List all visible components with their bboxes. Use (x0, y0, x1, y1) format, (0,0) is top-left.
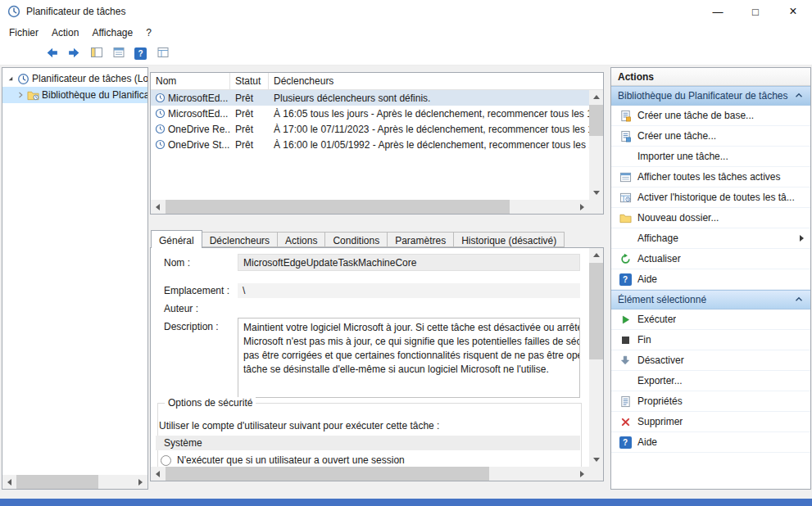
tab-conditions[interactable]: Conditions (324, 232, 388, 247)
create-task-icon (618, 129, 633, 142)
task-clock-icon (154, 124, 166, 135)
task-name: MicrosoftEd... (168, 93, 228, 104)
section-header-label: Élément sélectionné (618, 294, 792, 305)
toolbar-forward-button[interactable] (65, 44, 84, 63)
tab-historique[interactable]: Historique (désactivé) (453, 232, 565, 247)
scroll-left-button[interactable] (2, 475, 16, 489)
task-row[interactable]: OneDrive Re... Prêt À 17:00 le 07/11/202… (151, 121, 589, 137)
chevron-expanded-icon[interactable] (5, 73, 16, 84)
details-vertical-scrollbar[interactable] (589, 248, 603, 467)
description-textarea[interactable]: Maintient votre logiciel Microsoft à jou… (238, 318, 580, 398)
scroll-right-button[interactable] (575, 200, 589, 214)
tree-item-library[interactable]: Bibliothèque du Planificat (2, 87, 147, 103)
minimize-button[interactable]: — (699, 0, 737, 23)
action-item-label: Affichage (637, 233, 678, 244)
scrollbar-thumb[interactable] (166, 467, 489, 481)
scroll-left-button[interactable] (151, 467, 165, 481)
scrollbar-thumb[interactable] (16, 475, 98, 489)
task-name: OneDrive St... (168, 139, 229, 151)
action-new-folder[interactable]: Nouveau dossier... (611, 208, 810, 228)
task-status: Prêt (230, 139, 269, 151)
action-create-task[interactable]: Créer une tâche... (611, 126, 810, 147)
tree-horizontal-scrollbar[interactable] (2, 475, 147, 489)
scroll-up-button[interactable] (589, 248, 603, 262)
menu-fichier[interactable]: Fichier (2, 24, 45, 42)
task-row[interactable]: MicrosoftEd... Prêt Plusieurs déclencheu… (151, 90, 589, 106)
no-icon (618, 374, 633, 387)
radio-button-icon[interactable] (161, 455, 171, 466)
section-header-library[interactable]: Bibliothèque du Planificateur de tâches (611, 86, 810, 106)
collapse-icon[interactable] (792, 89, 805, 102)
toolbar-help-button[interactable]: ? (131, 44, 150, 63)
action-create-basic-task[interactable]: Créer une tâche de base... (611, 106, 810, 126)
tab-declencheurs[interactable]: Déclencheurs (202, 232, 278, 247)
action-disable[interactable]: Désactiver (611, 350, 810, 371)
tab-general[interactable]: Général (151, 230, 202, 248)
menu-action[interactable]: Action (45, 24, 85, 42)
scroll-right-button[interactable] (134, 475, 147, 489)
menu-help[interactable]: ? (139, 24, 158, 42)
action-item-label: Aide (637, 273, 657, 285)
toolbar-console-tree-button[interactable] (87, 44, 106, 63)
collapse-icon[interactable] (792, 293, 805, 306)
tab-actions[interactable]: Actions (277, 232, 325, 247)
action-run[interactable]: Exécuter (611, 309, 810, 330)
action-import-task[interactable]: Importer une tâche... (611, 147, 810, 167)
action-item-label: Aide (637, 436, 657, 448)
details-horizontal-scrollbar[interactable] (151, 467, 589, 481)
show-active-tasks-icon (618, 170, 633, 183)
tab-parametres[interactable]: Paramètres (387, 232, 454, 247)
task-row[interactable]: OneDrive St... Prêt À 16:00 le 01/05/199… (151, 137, 589, 152)
task-clock-icon (154, 139, 166, 151)
tree-item-scheduler-local[interactable]: Planificateur de tâches (Local (2, 70, 147, 87)
column-header-nom[interactable]: Nom (151, 73, 230, 89)
actions-pane-title: Actions (611, 68, 810, 86)
action-export[interactable]: Exporter... (611, 371, 810, 391)
section-header-selected-item[interactable]: Élément sélectionné (611, 290, 810, 309)
action-item-label: Fin (637, 334, 651, 346)
toolbar-list-view-button[interactable] (153, 44, 172, 63)
action-affichage[interactable]: Affichage (611, 228, 810, 249)
chevron-collapsed-icon[interactable] (15, 89, 26, 101)
toolbar-back-button[interactable] (43, 44, 61, 63)
name-field-label: Nom : (164, 257, 190, 269)
window-title: Planificateur de tâches (26, 6, 125, 17)
scroll-up-button[interactable] (589, 90, 603, 104)
end-icon (618, 333, 633, 346)
menu-affichage[interactable]: Affichage (85, 24, 139, 42)
action-end[interactable]: Fin (611, 330, 810, 350)
scrollbar-corner (589, 200, 603, 214)
column-header-declencheurs[interactable]: Déclencheurs (269, 73, 603, 89)
toolbar-export-list-button[interactable] (109, 44, 128, 63)
action-item-label: Exécuter (637, 314, 676, 325)
list-horizontal-scrollbar[interactable] (151, 200, 589, 214)
scroll-left-button[interactable] (151, 200, 165, 214)
action-delete[interactable]: Supprimer (611, 412, 810, 432)
action-help-selected[interactable]: ? Aide (611, 432, 810, 453)
action-refresh[interactable]: Actualiser (611, 249, 810, 269)
column-header-statut[interactable]: Statut (230, 73, 269, 89)
tree-item-label: Planificateur de tâches (Local (32, 73, 147, 84)
logged-on-only-option[interactable]: N'exécuter que si un utilisateur a ouver… (161, 454, 405, 466)
maximize-button[interactable]: □ (737, 0, 774, 23)
run-icon (618, 313, 633, 326)
action-help-library[interactable]: ? Aide (611, 269, 810, 290)
close-button[interactable]: × (774, 0, 812, 23)
scrollbar-thumb[interactable] (589, 105, 603, 136)
scrollbar-thumb[interactable] (166, 200, 510, 214)
delete-icon (618, 415, 633, 428)
details-tabs: Général Déclencheurs Actions Conditions … (151, 230, 564, 247)
scroll-down-button[interactable] (589, 186, 603, 200)
scrollbar-thumb[interactable] (589, 263, 603, 359)
scroll-down-button[interactable] (589, 453, 603, 467)
task-row[interactable]: MicrosoftEd... Prêt À 16:05 tous les jou… (151, 106, 589, 121)
action-show-active-tasks[interactable]: Afficher toutes les tâches actives (611, 167, 810, 187)
scroll-right-button[interactable] (575, 467, 589, 481)
list-vertical-scrollbar[interactable] (589, 90, 603, 200)
action-enable-history[interactable]: Activer l'historique de toutes les tâ... (611, 187, 810, 208)
action-properties[interactable]: Propriétés (611, 391, 810, 412)
task-status: Prêt (230, 124, 269, 135)
tree-item-label: Bibliothèque du Planificat (42, 89, 147, 101)
refresh-icon (618, 252, 633, 265)
back-arrow-icon (45, 46, 59, 62)
